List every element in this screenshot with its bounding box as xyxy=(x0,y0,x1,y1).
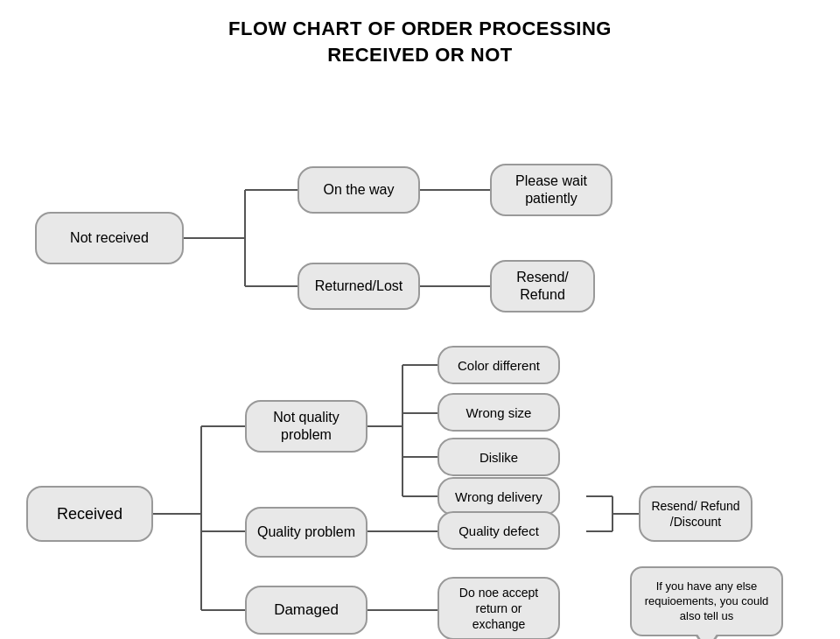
color-different-node: Color different xyxy=(438,346,560,384)
returned-lost-node: Returned/Lost xyxy=(298,263,420,310)
quality-defect-node: Quality defect xyxy=(438,511,560,550)
not-received-node: Not received xyxy=(35,212,184,264)
do-not-accept-node: Do noe accept return or exchange xyxy=(438,577,560,639)
not-quality-node: Not quality problem xyxy=(245,400,368,453)
damaged-node: Damaged xyxy=(245,586,368,635)
quality-problem-node: Quality problem xyxy=(245,507,368,558)
flowchart: Not received On the way Please wait pati… xyxy=(0,76,840,639)
wrong-size-node: Wrong size xyxy=(438,393,560,432)
received-node: Received xyxy=(26,486,153,542)
on-the-way-node: On the way xyxy=(298,166,420,214)
resend-refund-top-node: Resend/ Refund xyxy=(490,260,595,312)
resend-refund-discount-node: Resend/ Refund /Discount xyxy=(639,486,752,542)
wrong-delivery-node: Wrong delivery xyxy=(438,477,560,516)
please-wait-node: Please wait patiently xyxy=(490,164,612,216)
page-title: FLOW CHART OF ORDER PROCESSING RECEIVED … xyxy=(0,0,840,67)
connector-lines xyxy=(0,76,840,639)
speech-bubble-node: If you have any else requioements, you c… xyxy=(630,566,783,636)
dislike-node: Dislike xyxy=(438,438,560,476)
